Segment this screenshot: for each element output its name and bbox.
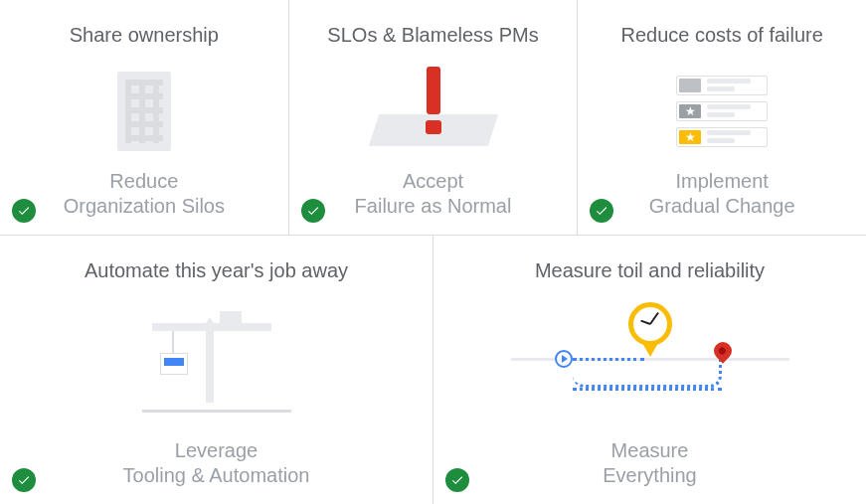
subtitle-line-2: Gradual Change [649, 195, 795, 217]
principles-grid: Share ownership Reduce Organization Silo… [0, 0, 866, 504]
check-icon [445, 468, 469, 492]
subtitle-line-2: Tooling & Automation [123, 464, 310, 486]
card-title: SLOs & Blameless PMs [327, 24, 538, 47]
subtitle-line-1: Measure [611, 439, 689, 461]
card-subtitle: Measure Everything [603, 438, 697, 488]
subtitle-line-1: Implement [675, 170, 768, 192]
illustration-exclamation [305, 61, 562, 161]
cell-slos-blameless: SLOs & Blameless PMs Accept Failure as N… [289, 0, 579, 235]
card-subtitle: Implement Gradual Change [649, 169, 795, 219]
play-icon [555, 350, 573, 368]
row-2: Automate this year's job away Leverage T… [0, 236, 866, 504]
star-tag-icon: ★ [679, 104, 701, 118]
exclamation-icon [427, 67, 440, 114]
cell-measure-toil: Measure toil and reliability Measure [433, 236, 866, 504]
illustration-cards: ★ ★ [594, 61, 850, 161]
subtitle-line-1: Leverage [175, 439, 258, 461]
subtitle-line-2: Everything [603, 464, 697, 486]
illustration-building [16, 61, 272, 161]
card-subtitle: Reduce Organization Silos [64, 169, 225, 219]
check-icon [12, 199, 36, 223]
subtitle-line-1: Accept [403, 170, 463, 192]
check-icon [12, 468, 36, 492]
cell-automate-job: Automate this year's job away Leverage T… [0, 236, 433, 504]
check-icon [590, 199, 613, 223]
subtitle-line-2: Failure as Normal [355, 195, 512, 217]
subtitle-line-2: Organization Silos [64, 195, 225, 217]
star-tag-icon: ★ [679, 130, 701, 144]
card-item [676, 76, 768, 95]
card-title: Measure toil and reliability [535, 259, 765, 282]
illustration-measure [449, 296, 850, 430]
clock-pin-icon [628, 302, 672, 357]
card-subtitle: Accept Failure as Normal [355, 169, 512, 219]
subtitle-line-1: Reduce [109, 170, 178, 192]
crane-mast-icon [206, 323, 214, 403]
building-icon [117, 72, 171, 151]
cell-reduce-failure-cost: Reduce costs of failure ★ [578, 0, 866, 235]
crane-payload-icon [160, 353, 188, 375]
card-subtitle: Leverage Tooling & Automation [123, 438, 310, 488]
row-1: Share ownership Reduce Organization Silo… [0, 0, 866, 236]
card-title: Reduce costs of failure [620, 24, 822, 47]
check-icon [301, 199, 325, 223]
exclamation-dot-icon [426, 120, 441, 134]
card-item: ★ [676, 101, 768, 121]
illustration-crane [16, 296, 417, 430]
tag-icon [679, 79, 701, 92]
card-item: ★ [676, 127, 768, 147]
cell-share-ownership: Share ownership Reduce Organization Silo… [0, 0, 289, 235]
crane-cab-icon [220, 311, 242, 325]
card-title: Share ownership [70, 24, 219, 47]
card-title: Automate this year's job away [85, 259, 348, 282]
